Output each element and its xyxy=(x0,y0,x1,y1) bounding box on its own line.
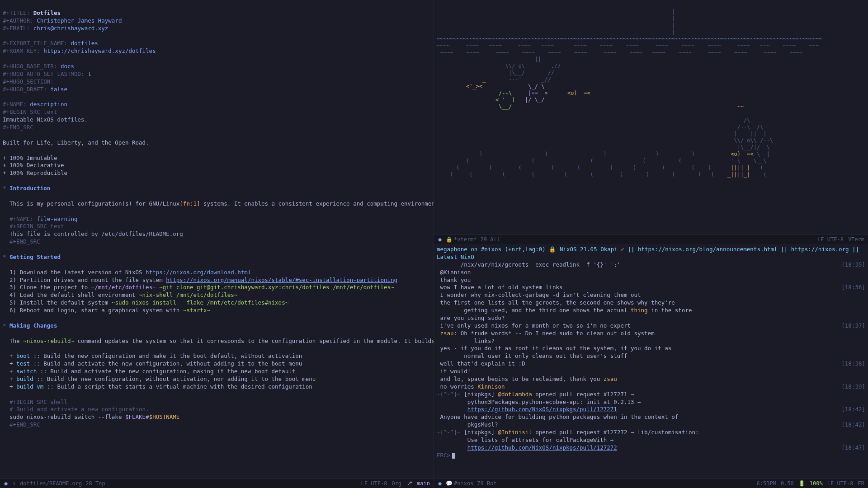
step-1-link[interactable]: https://nixos.org/download.html xyxy=(146,269,251,276)
battery-icon: 🔋 xyxy=(798,480,805,487)
vterm-buffer[interactable]: | | | xyxy=(434,0,868,187)
org-buffer[interactable]: #+TITLE: Dotfiles #+AUTHOR: Christopher … xyxy=(0,0,434,479)
intro-para-pre: This is my personal configuration(s) for… xyxy=(9,200,179,207)
hugo-base-value: docs xyxy=(61,63,74,70)
warn-end: #+END_SRC xyxy=(9,238,40,245)
chat-icon: 💬 xyxy=(446,480,450,487)
heading-making-changes[interactable]: Making Changes xyxy=(9,322,57,329)
buffer-position: 29 All xyxy=(481,236,500,243)
step-4-n: 4) xyxy=(9,291,16,298)
irc-message-row: pkgsMusl?[18:42] xyxy=(437,421,865,429)
heading-getting-started[interactable]: Getting Started xyxy=(9,253,61,260)
irc-nick: -{^-^}- xyxy=(437,429,461,436)
step-2-link[interactable]: https://nixos.org/manual/nixos/stable/#s… xyxy=(166,277,397,283)
irc-msg-text: python3Packages.python-ecobee-api: init … xyxy=(437,399,641,405)
vterm-pane[interactable]: | | | xyxy=(434,0,868,235)
op-build-desc: :: Build the new configuration, without … xyxy=(33,375,316,382)
irc-message-row: Use lists of attrsets for callPackageWit… xyxy=(437,436,865,444)
buffer-name[interactable]: *vterm* xyxy=(454,236,477,243)
battery-pct: 100% xyxy=(810,480,823,487)
irc-msg-text: Use lists of attrsets for callPackageWit… xyxy=(437,436,613,443)
encoding: LF UTF-8 xyxy=(361,480,387,487)
save-icon[interactable]: ⬇ xyxy=(12,480,16,487)
step-1-n: 1) xyxy=(9,269,16,276)
desc-body: Immutable NixOS dotfiles. xyxy=(3,116,88,123)
hugo-draft-value: false xyxy=(50,86,67,93)
op-build: build xyxy=(16,375,33,382)
step-5-n: 5) xyxy=(9,299,16,306)
hugo-lastmod-keyword: #+HUGO_AUTO_SET_LASTMOD: xyxy=(3,70,85,77)
irc-timestamp: [18:42] xyxy=(832,421,865,429)
op-test: test xyxy=(16,360,30,367)
mc-flake-var: $FLAKE xyxy=(125,413,146,420)
lock-icon: 🔒 xyxy=(446,236,450,243)
op-switch: switch xyxy=(16,368,37,375)
clock: 6:53PM xyxy=(757,480,776,487)
op-test-desc: :: Build and activate the new configurat… xyxy=(30,360,302,367)
bullet-2: + 100% Reproducible xyxy=(3,169,67,176)
irc-msg-text: links? xyxy=(437,338,495,344)
major-mode[interactable]: ER xyxy=(858,480,864,487)
heading-star: * xyxy=(3,185,6,192)
right-column: | | | xyxy=(434,0,868,488)
buffer-file-name[interactable]: dotfiles/README.org xyxy=(20,480,82,487)
irc-msg-text: zsau: Oh *rude words* -- Do I need sudo … xyxy=(437,330,655,337)
step-6-cmd: ~startx~ xyxy=(183,307,210,314)
irc-msg-text: @Kinnison xyxy=(437,269,471,276)
irc-message-row: i've only used nixos for a month or two … xyxy=(437,322,865,330)
mc-src-cmd: sudo nixos-rebuild switch --flake xyxy=(9,413,125,420)
author-keyword: #+AUTHOR: xyxy=(3,17,33,24)
irc-msg-text xyxy=(437,444,467,451)
desc-begin: #+BEGIN_SRC text xyxy=(3,108,57,115)
irc-message-row: I wonder why nix-collect-garbage -d isn'… xyxy=(437,291,865,299)
irc-msg-text: it would! xyxy=(437,368,471,375)
hugo-draft-keyword: #+HUGO_DRAFT: xyxy=(3,86,47,93)
irc-timestamp: [18:42] xyxy=(832,406,865,413)
major-mode[interactable]: Org xyxy=(392,480,401,487)
heading-intro[interactable]: Introduction xyxy=(9,185,50,192)
irc-msg-text: thank you xyxy=(437,277,471,283)
irc-buffer[interactable]: megaphone on #nixos (+nrt,lag:0) 🔒 NixOS… xyxy=(434,244,868,469)
irc-message-row: -{^-^}- [nixpkgs] @dotlambda opened pull… xyxy=(437,391,865,399)
modified-icon: ● xyxy=(438,480,442,487)
irc-msg-text: i've only used nixos for a month or two … xyxy=(437,322,631,329)
hugo-section-keyword: #+HUGO_SECTION: xyxy=(3,78,54,85)
major-mode[interactable]: VTerm xyxy=(848,236,864,243)
irc-link[interactable]: https://github.com/NixOS/nixpkgs/pull/12… xyxy=(467,444,617,451)
bullet-0: + 100% Immutable xyxy=(3,155,57,161)
step-6-n: 6) xyxy=(9,307,16,314)
irc-message-row: getting used, and the third one shows th… xyxy=(437,307,865,314)
warn-begin: #+BEGIN_SRC text xyxy=(9,223,64,230)
footnote-1[interactable]: [fn:1] xyxy=(179,200,200,207)
irc-msg-text: I wonder why nix-collect-garbage -d isn'… xyxy=(437,291,641,298)
load-avg: 0.50 xyxy=(781,480,794,487)
mc-hash: # xyxy=(146,413,149,420)
irc-msg-text: and lo, space begins to be reclaimed, th… xyxy=(437,375,617,382)
irc-input-cursor[interactable] xyxy=(452,453,455,459)
irc-message-row: Anyone have advice for building python p… xyxy=(437,413,865,421)
irc-timestamp: [18:38] xyxy=(832,360,865,368)
irc-message-row: @Kinnison xyxy=(437,269,865,277)
tagline: Built for Life, Liberty, and the Open Ro… xyxy=(3,139,149,146)
step-2-pre: Partition drives and mount the file syst… xyxy=(20,277,166,283)
vterm-modeline: ● 🔒 *vterm* 29 All LF UTF-8 VTerm xyxy=(434,235,868,244)
buffer-position: 28 Top xyxy=(85,480,105,487)
mc-src-comment: # Build and activate a new configuration… xyxy=(9,406,149,413)
hugo-lastmod-value: t xyxy=(88,70,91,77)
heading-star: * xyxy=(3,322,6,329)
irc-message-row: https://github.com/NixOS/nixpkgs/pull/12… xyxy=(437,406,865,413)
buffer-name[interactable]: #nixos xyxy=(454,480,473,487)
irc-link[interactable]: https://github.com/NixOS/nixpkgs/pull/12… xyxy=(467,406,617,413)
irc-pane[interactable]: megaphone on #nixos (+nrt,lag:0) 🔒 NixOS… xyxy=(434,244,868,479)
irc-message-row: the first one lists all the gcroots, the… xyxy=(437,299,865,307)
irc-topic-pre: megaphone on #nixos (+nrt,lag:0) xyxy=(437,246,549,253)
git-branch[interactable]: main xyxy=(417,480,430,487)
left-editor-pane: #+TITLE: Dotfiles #+AUTHOR: Christopher … xyxy=(0,0,434,488)
step-1-pre: Download the latest version of NixOS xyxy=(20,269,146,276)
op-build-vm: build-vm xyxy=(16,383,43,390)
irc-prompt: ERC> xyxy=(437,452,450,459)
topic-cmd: /nix/var/nix/gcroots -exec readlink -f '… xyxy=(461,261,621,268)
irc-msg-text: [nixpkgs] @Infinisil opened pull request… xyxy=(461,429,699,436)
email-keyword: #+EMAIL: xyxy=(3,25,30,32)
irc-message-row: no worries Kinnison[18:39] xyxy=(437,383,865,391)
